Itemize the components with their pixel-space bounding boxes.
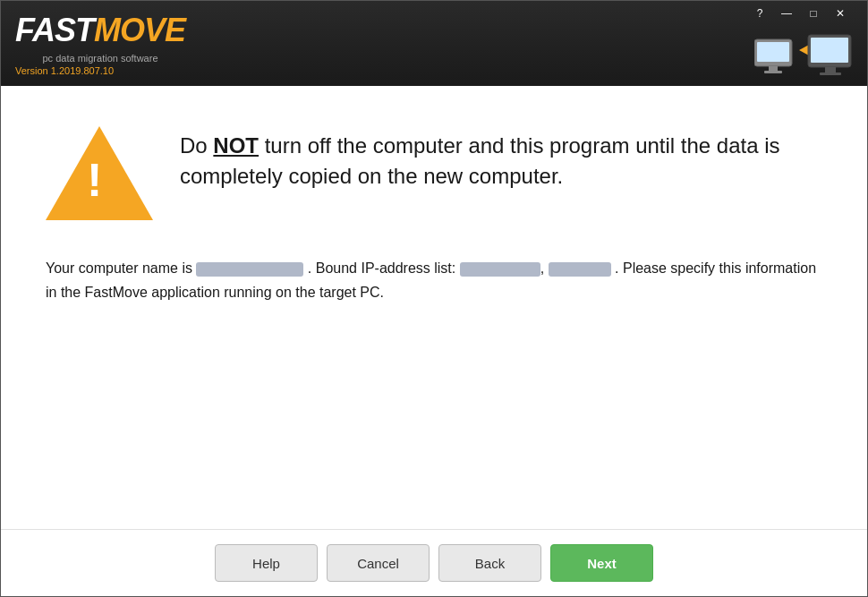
cancel-button[interactable]: Cancel xyxy=(327,544,430,582)
titlebar-right: ? — □ ✕ xyxy=(747,4,853,84)
warning-not: NOT xyxy=(213,133,259,158)
migration-icon xyxy=(754,30,853,84)
minimize-button[interactable]: — xyxy=(774,4,799,23)
warning-text: Do NOT turn off the computer and this pr… xyxy=(180,122,822,191)
svg-rect-8 xyxy=(820,72,841,75)
logo-subtitle: pc data migration software xyxy=(15,53,185,64)
svg-rect-2 xyxy=(769,66,778,71)
logo-move: MOVE xyxy=(94,12,185,49)
svg-rect-6 xyxy=(811,38,848,63)
next-button[interactable]: Next xyxy=(550,544,653,582)
logo-fast: FAST xyxy=(15,12,94,49)
footer: Help Cancel Back Next xyxy=(1,529,867,596)
help-footer-button[interactable]: Help xyxy=(215,544,318,582)
maximize-button[interactable]: □ xyxy=(801,4,826,23)
logo-version: Version 1.2019.807.10 xyxy=(15,65,185,76)
back-button[interactable]: Back xyxy=(438,544,541,582)
logo: FASTMOVE xyxy=(15,12,185,49)
close-button[interactable]: ✕ xyxy=(828,4,853,23)
warning-section: Do NOT turn off the computer and this pr… xyxy=(46,122,822,220)
svg-rect-7 xyxy=(825,67,836,72)
logo-area: FASTMOVE pc data migration software Vers… xyxy=(15,12,185,76)
ip-address-1-blurred xyxy=(460,262,540,277)
info-prefix: Your computer name is xyxy=(46,260,192,276)
content-area: Do NOT turn off the computer and this pr… xyxy=(1,86,867,529)
warning-suffix: turn off the computer and this program u… xyxy=(180,133,780,188)
computer-name-blurred xyxy=(196,262,303,277)
titlebar: FASTMOVE pc data migration software Vers… xyxy=(1,1,867,86)
main-window: FASTMOVE pc data migration software Vers… xyxy=(0,0,868,597)
window-controls: ? — □ ✕ xyxy=(747,4,853,23)
info-middle: . Bound IP-address list: xyxy=(308,260,455,276)
svg-rect-3 xyxy=(764,71,782,73)
warning-prefix: Do xyxy=(180,133,213,158)
info-section: Your computer name is . Bound IP-address… xyxy=(46,256,822,304)
warning-icon xyxy=(46,126,153,220)
svg-rect-1 xyxy=(757,42,789,62)
help-button[interactable]: ? xyxy=(747,4,772,23)
ip-address-2-blurred xyxy=(549,262,611,277)
